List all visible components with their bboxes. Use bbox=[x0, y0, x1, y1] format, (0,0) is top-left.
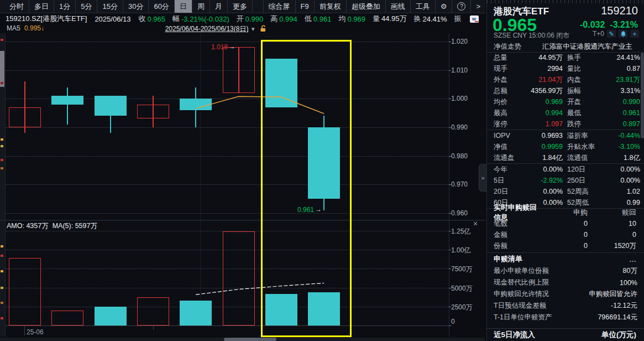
high-price-annotation: 1.018 bbox=[200, 43, 228, 51]
toolbar-item-4[interactable]: 画线 bbox=[385, 0, 410, 13]
period-tab-1[interactable]: 多日 bbox=[29, 0, 54, 13]
stock-trading-terminal: 分时多日1分5分15分30分60分日周月更多 综合屏F9前复权超级叠加画线工具⚙… bbox=[0, 0, 644, 341]
period-tab-10[interactable]: 更多 bbox=[228, 0, 253, 13]
toolbar-item-3[interactable]: 超级叠加 bbox=[346, 0, 385, 13]
candle-wick bbox=[67, 87, 68, 125]
ma5-label: MA5 bbox=[7, 24, 20, 32]
unit-label: 单位(万元) bbox=[601, 330, 636, 340]
volume-tick-label: 1.25亿 bbox=[451, 227, 483, 236]
add-icon[interactable]: + bbox=[630, 30, 639, 38]
fund-row[interactable]: 净值走势 汇添富中证港股通汽车产业主 bbox=[487, 42, 644, 53]
candle-body[interactable] bbox=[308, 127, 340, 199]
redeem-list-row: 现金替代比例上限100% bbox=[487, 277, 644, 288]
volume-pane[interactable] bbox=[6, 221, 449, 326]
quote-field-均: 均0.969 bbox=[338, 14, 365, 24]
settings-gear-icon[interactable]: ⚙ bbox=[435, 0, 452, 13]
price-tick-label: 1.000 bbox=[451, 95, 483, 102]
candle-body[interactable] bbox=[137, 105, 169, 119]
period-tab-5[interactable]: 30分 bbox=[123, 0, 149, 13]
candle-body[interactable] bbox=[95, 96, 127, 116]
x-axis-tick bbox=[24, 326, 25, 335]
mini-sidebar-mark bbox=[1, 287, 3, 289]
price-gridline bbox=[6, 213, 449, 214]
vertical-gridline bbox=[200, 33, 201, 220]
x-axis-line bbox=[6, 326, 449, 326]
x-axis-month-label: 25-06 bbox=[27, 328, 44, 336]
mini-sidebar-mark bbox=[1, 317, 3, 319]
candle-body[interactable] bbox=[9, 107, 41, 127]
volume-tick-label: 1.00亿 bbox=[451, 246, 483, 255]
wp-icon[interactable]: W bbox=[470, 16, 479, 23]
stock-code: 159210 bbox=[601, 4, 638, 17]
volume-pane-header: AMO: 4357万 MA(5): 5597万 bbox=[7, 221, 97, 231]
volume-bar[interactable] bbox=[265, 294, 297, 326]
volume-tick-label: 0 bbox=[451, 318, 483, 326]
volume-bar[interactable] bbox=[308, 292, 340, 326]
quote-info-bar: 159210.SZ[港股汽车ETF] 2025/06/13 收0.965幅-3.… bbox=[0, 13, 491, 24]
edit-icon[interactable]: ✎ bbox=[607, 30, 616, 38]
subscription-section: 实时申购赎回信息申购赎回笔数010金额00份额01520万 bbox=[487, 207, 644, 251]
subscription-row: 份额01520万 bbox=[487, 240, 644, 251]
horizontal-scrollbar-thumb[interactable] bbox=[224, 338, 276, 341]
ma5-value: 0.995↓ bbox=[24, 24, 44, 32]
period-tab-8[interactable]: 周 bbox=[192, 0, 210, 13]
mini-sidebar-mark bbox=[1, 39, 3, 41]
panel-scrollbar-thumb[interactable] bbox=[641, 53, 644, 138]
horizontal-scrollbar[interactable] bbox=[0, 338, 485, 341]
period-tab-9[interactable]: 月 bbox=[210, 0, 228, 13]
period-tab-6[interactable]: 60分 bbox=[149, 0, 174, 13]
x-axis-tick bbox=[153, 326, 154, 330]
toolbar-item-1[interactable]: F9 bbox=[295, 0, 314, 13]
annotation-arrow-icon: → bbox=[315, 205, 322, 213]
help-icon[interactable]: ? bbox=[452, 0, 470, 13]
candle-body[interactable] bbox=[51, 96, 83, 105]
panel-ruler-ticks bbox=[487, 0, 644, 3]
period-tab-4[interactable]: 15分 bbox=[97, 0, 123, 13]
mini-sidebar-mark bbox=[1, 145, 3, 147]
quote-row: 今年0.00%120日0.00% bbox=[487, 164, 644, 175]
price-tick-label: 0.960 bbox=[451, 209, 483, 217]
volume-tick bbox=[449, 326, 451, 326]
low-price-annotation: 0.961 bbox=[286, 206, 314, 214]
date-range[interactable]: 2025/06/04-2025/06/13(8日) bbox=[165, 25, 249, 33]
toolbar-item-2[interactable]: 前复权 bbox=[314, 0, 346, 13]
toolbar-item-5[interactable]: 工具 bbox=[410, 0, 435, 13]
redeem-list-header: 申赎清单… bbox=[487, 253, 644, 265]
quote-row: 净值0.9959升贴水率-3.10% bbox=[487, 141, 644, 152]
price-gridline bbox=[6, 184, 449, 185]
candle-body[interactable] bbox=[265, 59, 297, 107]
period-tab-7[interactable]: 日 bbox=[175, 0, 192, 13]
volume-bar[interactable] bbox=[9, 258, 41, 326]
panel-collapse-expander[interactable]: » bbox=[479, 164, 486, 192]
left-mini-sidebar[interactable] bbox=[0, 33, 6, 337]
expand-more-icon[interactable]: > bbox=[470, 0, 485, 13]
redeem-list-row: 申购赎回允许情况申购赎回皆允许 bbox=[487, 288, 644, 300]
quote-field-量: 量44.95万 bbox=[373, 14, 407, 24]
period-tab-2[interactable]: 1分 bbox=[54, 0, 76, 13]
unlock-icon[interactable] bbox=[259, 25, 267, 32]
candle-body[interactable] bbox=[223, 47, 255, 93]
volume-bar[interactable] bbox=[51, 311, 83, 326]
price-tick-label: 1.020 bbox=[451, 38, 483, 45]
quote-tools: T+0 ✎ + bbox=[593, 30, 639, 38]
quote-row: 总额4356.99万振幅3.31% bbox=[487, 85, 644, 96]
toolbar-item-0[interactable]: 综合屏 bbox=[263, 0, 295, 13]
more-icon[interactable]: … bbox=[629, 255, 636, 264]
period-tab-0[interactable]: 分时 bbox=[4, 0, 29, 13]
volume-bar[interactable] bbox=[180, 301, 212, 326]
volume-bar[interactable] bbox=[137, 297, 169, 326]
volume-bar[interactable] bbox=[223, 231, 255, 326]
alert-bell-icon[interactable] bbox=[619, 30, 627, 38]
date-range-dropdown-icon[interactable]: ▼ bbox=[250, 26, 256, 32]
fund-tab-label[interactable]: 净值走势 bbox=[487, 42, 542, 51]
volume-tick-label: 2500万 bbox=[451, 303, 483, 312]
period-tab-3[interactable]: 5分 bbox=[76, 0, 97, 13]
chart-header: MA5 0.995↓ 2025/06/04-2025/06/13(8日) ▼ bbox=[0, 24, 485, 33]
candle-body[interactable] bbox=[180, 99, 212, 110]
candlestick-pane[interactable]: 1.018→0.961→ bbox=[6, 33, 449, 220]
quote-row: 最高0.994最低0.961 bbox=[487, 107, 644, 118]
volume-bar[interactable] bbox=[95, 307, 127, 326]
quote-field-低: 低0.961 bbox=[305, 14, 332, 24]
t0-badge: T+0 bbox=[593, 30, 604, 38]
mini-sidebar-mark bbox=[1, 245, 3, 247]
